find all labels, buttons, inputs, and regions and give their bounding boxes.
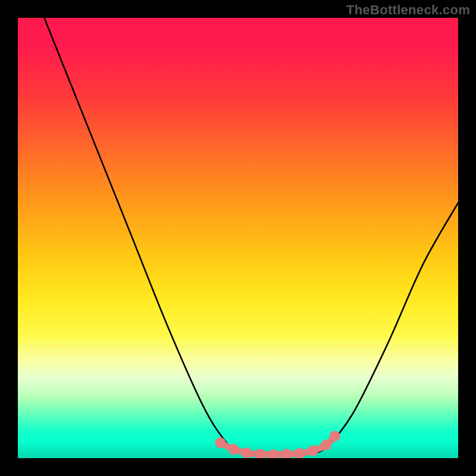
bottleneck-curve	[44, 18, 458, 455]
marker-dot	[242, 447, 252, 458]
marker-dot	[281, 449, 292, 458]
watermark-label: TheBottleneck.com	[346, 2, 470, 18]
marker-dot	[228, 444, 239, 455]
marker-dot	[268, 449, 278, 458]
flat-region-markers	[215, 431, 340, 458]
marker-dot	[330, 431, 340, 441]
marker-dot	[215, 437, 226, 448]
bottleneck-curve-path	[44, 18, 458, 455]
marker-dot	[308, 445, 318, 456]
plot-area	[18, 18, 458, 458]
marker-dot	[255, 449, 265, 458]
chart-frame: TheBottleneck.com	[0, 0, 476, 476]
marker-dot	[321, 440, 331, 450]
curve-layer	[18, 18, 458, 458]
